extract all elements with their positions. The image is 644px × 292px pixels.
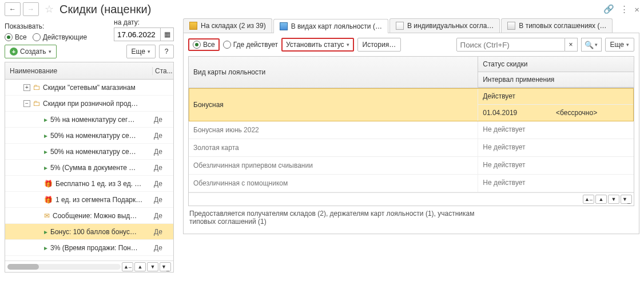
search-input[interactable] <box>456 38 565 52</box>
ind-icon <box>396 22 404 30</box>
grid-first-button[interactable]: ▲_ <box>583 195 594 204</box>
tree-row[interactable]: 🎁Бесплатно 1 ед. из 3 ед. …Де <box>5 176 173 192</box>
tree-row[interactable]: ▸3% (Время продажи: Пон…Де <box>5 240 173 256</box>
set-status-button[interactable]: Установить статус ▾ <box>281 38 354 52</box>
date-label: на дату: <box>114 18 174 26</box>
tree-row[interactable]: 🎁1 ед. из сегмента Подарк…Де <box>5 192 173 208</box>
scroll-down-button[interactable]: ▼ <box>147 262 158 271</box>
more-label: Еще <box>132 48 145 56</box>
tree-row[interactable]: +🗀Скидки "сетевым" магазинам <box>5 80 173 96</box>
create-label: Создать <box>20 48 46 56</box>
radio-all[interactable]: Все <box>5 33 27 41</box>
chevron-down-icon: ▾ <box>148 49 150 54</box>
tree-item-label: Бонус: 100 баллов бонус… <box>50 228 154 236</box>
tree-row[interactable]: ✉Сообщение: Можно выд…Де <box>5 208 173 224</box>
search-button[interactable]: 🔍 ▾ <box>581 38 602 52</box>
grid-row[interactable]: БонуснаяДействует01.04.2019<бессрочно> <box>189 88 634 121</box>
history-label: История… <box>363 41 396 49</box>
cell-card-type: Бонусная <box>189 88 478 121</box>
tree-item-label: 1 ед. из сегмента Подарк… <box>55 196 154 204</box>
page-title: Скидки (наценки) <box>59 3 151 16</box>
scroll-up-button[interactable]: ▲ <box>134 262 146 271</box>
expand-toggle[interactable]: − <box>23 100 30 107</box>
cell-status: Не действует <box>483 143 629 151</box>
close-icon[interactable]: × <box>634 5 639 14</box>
folder-icon: 🗀 <box>33 99 40 108</box>
cell-card-type: Обезличинная с помощником <box>189 175 478 192</box>
grid-last-button[interactable]: ▼_ <box>621 195 632 204</box>
tree-row[interactable]: ▸Бонус: 100 баллов бонус…Де <box>5 224 173 240</box>
tree-row[interactable]: ▸5% (Сумма в документе …Де <box>5 160 173 176</box>
radio-active[interactable]: Действующие <box>33 33 87 41</box>
create-button[interactable]: + Создать ▾ <box>5 45 57 58</box>
help-button[interactable]: ? <box>159 45 174 58</box>
x-icon: × <box>569 41 573 49</box>
nav-forward-button[interactable]: → <box>23 2 39 16</box>
scroll-last-button[interactable]: ▼_ <box>160 262 171 271</box>
cell-status: Не действует <box>483 179 629 187</box>
tab-ind[interactable]: В индивидуальных согла… <box>389 18 500 33</box>
h-scrollbar[interactable] <box>7 264 121 270</box>
tree-item-status: Де <box>154 132 171 140</box>
tab-card[interactable]: В видах карт лояльности (… <box>273 19 388 33</box>
arrow-right-icon: → <box>27 5 34 13</box>
leaf-icon: ▸ <box>44 116 47 124</box>
folder-icon: 🗀 <box>33 83 40 92</box>
date-picker-button[interactable]: ▦ <box>160 27 174 41</box>
nav-back-button[interactable]: ← <box>5 2 21 16</box>
col-card-type-header[interactable]: Вид карты лояльности <box>189 57 478 88</box>
scroll-first-button[interactable]: ▲_ <box>122 262 133 271</box>
more-button-right[interactable]: Еще ▾ <box>605 38 634 52</box>
radio-active-label: Действующие <box>43 33 87 41</box>
tree-row[interactable]: ▸50% на номенклатуру се…Де <box>5 128 173 144</box>
tab-label: На складах (2 из 39) <box>201 22 266 30</box>
tree-item-status: Де <box>154 212 171 220</box>
kebab-icon[interactable]: ⋮ <box>620 4 629 14</box>
cell-card-type: Обезличинная припервом счиывании <box>189 157 478 174</box>
tab-label: В типовых соглашениях (… <box>519 22 606 30</box>
col-status-header[interactable]: Статус скидки <box>478 57 634 72</box>
grid-row[interactable]: Обезличинная припервом счиыванииНе дейст… <box>189 157 634 175</box>
cell-status: Действует <box>483 92 629 100</box>
leaf-icon: ▸ <box>44 244 47 252</box>
gift-icon: 🎁 <box>44 180 53 188</box>
plus-icon: + <box>10 48 18 56</box>
tree-item-label: 50% на номенклатуру се… <box>50 148 154 156</box>
tab-typ[interactable]: В типовых соглашениях (… <box>501 18 613 33</box>
grid-down-button[interactable]: ▼ <box>608 195 619 204</box>
tree-row[interactable]: ▸50% на номенклатуру се…Де <box>5 144 173 160</box>
tree-row[interactable]: ▸5% на номенклатуру сег…Де <box>5 112 173 128</box>
tree-row[interactable]: −🗀Скидки при розничной прод… <box>5 96 173 112</box>
tab-ware[interactable]: На складах (2 из 39) <box>183 18 272 33</box>
card-icon <box>280 22 288 30</box>
grid-row[interactable]: Бонусная июнь 2022Не действует <box>189 121 634 139</box>
tree-item-status: Де <box>154 244 171 252</box>
col-interval-header[interactable]: Интервал применения <box>478 72 634 88</box>
right-radio-where-label: Где действует <box>233 41 278 49</box>
grid-row[interactable]: Золотая картаНе действует <box>189 139 634 157</box>
column-status-header[interactable]: Ста... <box>153 67 173 75</box>
favorite-star-icon[interactable]: ☆ <box>45 3 54 15</box>
radio-dot-icon <box>223 41 231 49</box>
column-name-header[interactable]: Наименование <box>5 67 153 75</box>
expand-toggle[interactable]: + <box>23 84 30 91</box>
radio-all-label: Все <box>15 33 27 41</box>
chevron-down-icon: ▾ <box>347 42 349 48</box>
ware-icon <box>189 22 197 30</box>
grid-up-button[interactable]: ▲ <box>595 195 607 204</box>
right-radio-all[interactable]: Все <box>188 38 220 51</box>
more-label: Еще <box>610 41 624 49</box>
right-radio-where[interactable]: Где действует <box>223 41 278 49</box>
radio-dot-icon <box>33 33 41 41</box>
more-button-left[interactable]: Еще ▾ <box>126 45 156 58</box>
tree-item-label: Скидки при розничной прод… <box>43 100 154 108</box>
link-icon[interactable]: 🔗 <box>603 4 614 14</box>
date-input[interactable] <box>114 27 161 41</box>
h-scrollbar-thumb[interactable] <box>7 264 39 270</box>
tree-item-status: Де <box>154 148 171 156</box>
history-button[interactable]: История… <box>357 38 401 52</box>
clear-search-button[interactable]: × <box>565 38 578 52</box>
tree-item-status: Де <box>154 196 171 204</box>
grid-row[interactable]: Обезличинная с помощникомНе действует <box>189 175 634 192</box>
leaf-icon: ▸ <box>44 132 47 140</box>
